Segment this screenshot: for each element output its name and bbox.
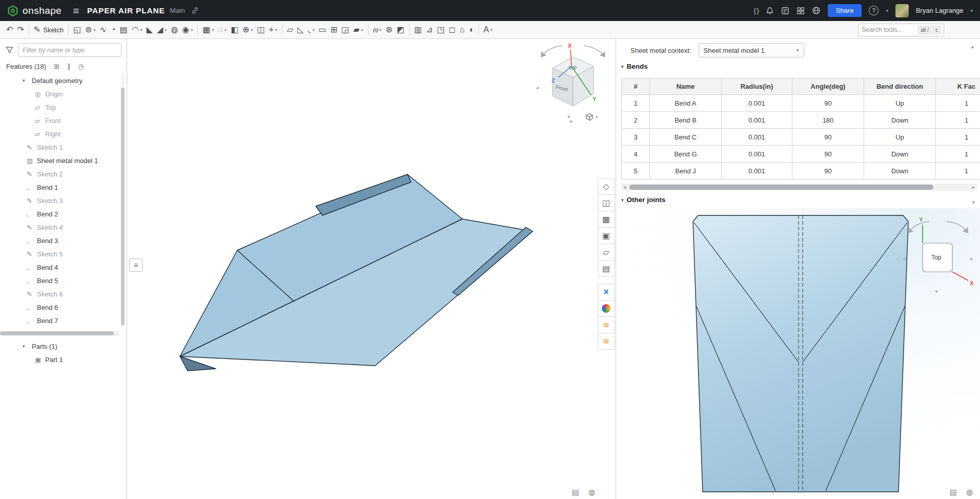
isometric-view-button[interactable]: ◇ xyxy=(598,178,615,195)
bend-table-button[interactable]: ▤ xyxy=(598,260,615,277)
feature-tree-item-default-geometry[interactable]: ▾Default geometry xyxy=(0,74,119,87)
bend-cell[interactable]: Bend G xyxy=(650,146,722,163)
bend-row-bend-c[interactable]: 3Bend C0.00190Up1 xyxy=(622,129,980,146)
feature-tree-item-sketch-3[interactable]: ✎Sketch 3 xyxy=(0,194,119,207)
drawing-tool[interactable]: ◻ xyxy=(447,23,458,37)
bend-cell[interactable]: 1 xyxy=(936,129,980,146)
feature-tree-item-bend-3[interactable]: ◟Bend 3 xyxy=(0,234,119,247)
bend-cell[interactable]: 3 xyxy=(622,129,650,146)
model-viewport[interactable]: ≡ Top Front X Z Y ◂ ▾ ▾ xyxy=(128,39,616,499)
bends-column-header-radius-in-[interactable]: Radius(in) xyxy=(722,78,792,95)
feature-filter-input[interactable] xyxy=(18,43,121,57)
export-view-icon[interactable]: ▤ xyxy=(572,488,579,497)
named-positions-tool[interactable]: ◳ xyxy=(435,23,446,37)
help-button[interactable]: ? xyxy=(869,6,879,15)
feature-tree-item-sketch-4[interactable]: ✎Sketch 4 xyxy=(0,221,119,234)
bend-cell[interactable]: 0.001 xyxy=(722,146,792,163)
feature-tree-item-sketch-1[interactable]: ✎Sketch 1 xyxy=(0,141,119,154)
appearance-button[interactable] xyxy=(598,300,615,317)
thicken-tool[interactable]: ▤ xyxy=(118,23,130,37)
feature-statistics-clock-icon[interactable]: ◷ xyxy=(78,63,84,70)
export-flat-pattern-icon[interactable]: ▤ xyxy=(950,488,957,497)
feature-tree-item-sketch-5[interactable]: ✎Sketch 5 xyxy=(0,247,119,261)
scrollbar-thumb[interactable] xyxy=(629,185,933,190)
insert-folder-icon[interactable]: ⊞ xyxy=(54,63,59,70)
bend-cell[interactable]: 90 xyxy=(792,163,864,179)
sketch-button[interactable]: ✎Sketch xyxy=(32,23,66,37)
h-scrollbar-thumb[interactable] xyxy=(0,331,114,335)
feature-tree-item-parts-1-[interactable]: ▾Parts (1) xyxy=(0,340,127,353)
tree-expand-caret-icon[interactable]: ▾ xyxy=(23,344,31,349)
view-cube[interactable]: Top Front X Z Y ◂ ▾ xyxy=(535,42,611,126)
flange-tool[interactable]: ◺ xyxy=(295,23,305,37)
feature-tree-scrollbar[interactable] xyxy=(121,74,125,327)
nose-underside-face[interactable] xyxy=(180,356,216,371)
split-tool[interactable]: ◫ xyxy=(255,23,267,37)
main-menu-button[interactable]: ≡ xyxy=(73,6,79,16)
fillet-tool[interactable]: ◠▾ xyxy=(130,23,145,37)
sheet-metal-context-select[interactable]: Sheet metal model 1 ▾ xyxy=(699,43,804,57)
feature-tree-item-sketch-6[interactable]: ✎Sketch 6 xyxy=(0,287,119,301)
sweep-tool[interactable]: ∿ xyxy=(98,23,109,37)
triad-right-caret-icon[interactable]: ▸ xyxy=(970,255,973,262)
hidden-edges-button[interactable]: ▦ xyxy=(598,211,615,228)
flat-pattern-outline[interactable] xyxy=(693,215,908,492)
flat-pattern-button[interactable]: ▱ xyxy=(598,244,615,261)
bend-cell[interactable]: 0.001 xyxy=(722,112,792,129)
flat-pattern-viewport[interactable]: Y Top X ◂ ▸ ▾ ▤ ◍ xyxy=(616,208,980,499)
feature-tree-h-scrollbar[interactable] xyxy=(0,331,119,335)
revolve-tool[interactable]: ⊚▾ xyxy=(83,23,97,37)
bends-section-header[interactable]: ▾ Bends xyxy=(621,63,648,70)
chamfer-tool[interactable]: ◣ xyxy=(145,23,155,37)
learning-globe-icon[interactable] xyxy=(812,6,821,15)
bend-cell[interactable]: Bend C xyxy=(650,129,722,146)
help-menu-caret-icon[interactable]: ▾ xyxy=(886,8,888,13)
collapse-panel-chevron-icon[interactable]: ▴ xyxy=(971,43,974,50)
feature-tree-item-right[interactable]: ▱Right xyxy=(0,127,119,141)
make-joint-tool[interactable]: ⊞ xyxy=(329,23,339,37)
bend-cell[interactable]: 90 xyxy=(792,95,864,112)
onshape-logo[interactable]: onshape xyxy=(7,5,62,16)
bend-cell[interactable]: Bend A xyxy=(650,95,722,112)
feature-tree-item-top[interactable]: ▱Top xyxy=(0,101,119,114)
bend-cell[interactable]: 90 xyxy=(792,129,864,146)
mirror-tool[interactable]: ◧ xyxy=(229,23,240,37)
bend-cell[interactable]: 5 xyxy=(622,163,650,179)
workspace-name[interactable]: Main xyxy=(170,7,185,14)
bend-cell[interactable]: 1 xyxy=(936,112,980,129)
comment-tool[interactable]: ◗ xyxy=(466,23,476,37)
bend-row-bend-g[interactable]: 4Bend G0.00190Down1 xyxy=(622,146,980,163)
view-cube-menu-caret-icon[interactable]: ▾ xyxy=(567,114,570,119)
bend-cell[interactable]: 1 xyxy=(622,95,650,112)
variable-tool[interactable]: (x)▾ xyxy=(371,23,384,37)
feature-tree-item-bend-6[interactable]: ◟Bend 6 xyxy=(0,301,119,314)
sheet-layers-button[interactable]: ≋ xyxy=(598,316,615,333)
section-view-button[interactable]: ◫ xyxy=(598,194,615,211)
bend-cell[interactable]: 90 xyxy=(792,146,864,163)
bend-cell[interactable]: Down xyxy=(864,163,936,179)
document-link-icon[interactable] xyxy=(191,7,199,14)
transform-tool[interactable]: ⌖▾ xyxy=(267,23,279,37)
bend-cell[interactable]: 0.001 xyxy=(722,129,792,146)
bend-cell[interactable]: Bend B xyxy=(650,112,722,129)
bend-cell[interactable]: 0.001 xyxy=(722,95,792,112)
undo-button[interactable]: ↶ xyxy=(4,23,15,37)
sheet-metal-model-tool[interactable]: ▱ xyxy=(285,23,295,37)
bends-column-header-name[interactable]: Name xyxy=(650,78,722,95)
sheet-metal-end-tool[interactable]: ▰▾ xyxy=(351,23,365,37)
feature-tree-item-bend-1[interactable]: ◟Bend 1 xyxy=(0,181,119,194)
rotate-left-caret-icon[interactable]: ◂ xyxy=(536,84,539,91)
bends-column-header-angle-deg-[interactable]: Angle(deg) xyxy=(792,78,864,95)
sheet-export-button[interactable]: ≋ xyxy=(598,333,615,350)
custom-feature-tool[interactable]: A▾ xyxy=(481,23,495,37)
render-options-icon[interactable]: ◍ xyxy=(588,488,595,497)
feature-tree-item-front[interactable]: ▱Front xyxy=(0,114,119,127)
scroll-left-arrow-icon[interactable]: ◂ xyxy=(621,185,628,190)
feature-tree-item-part-1[interactable]: ▣Part 1 xyxy=(0,353,127,366)
bend-cell[interactable]: 1 xyxy=(936,95,980,112)
user-menu-caret-icon[interactable]: ▾ xyxy=(970,8,973,13)
updates-list-icon[interactable] xyxy=(781,7,789,15)
bend-cell[interactable]: Down xyxy=(864,112,936,129)
bend-cell[interactable]: 1 xyxy=(936,163,980,179)
bend-cell[interactable]: Down xyxy=(864,146,936,163)
